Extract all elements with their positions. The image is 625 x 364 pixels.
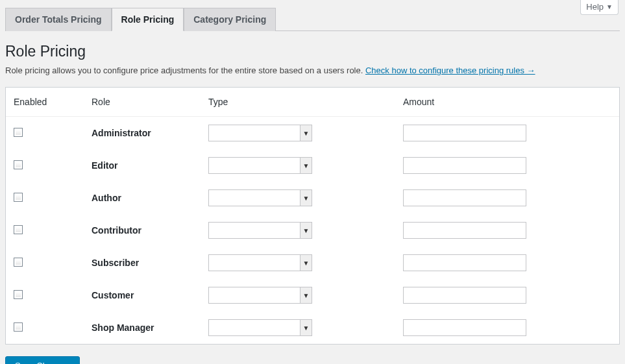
col-header-enabled: Enabled bbox=[6, 88, 84, 117]
col-header-amount: Amount bbox=[395, 88, 619, 117]
page-description: Role pricing allows you to configure pri… bbox=[5, 66, 620, 75]
amount-input[interactable] bbox=[403, 287, 526, 304]
help-button[interactable]: Help ▼ bbox=[580, 0, 619, 15]
tabs-nav: Order Totals Pricing Role Pricing Catego… bbox=[5, 8, 620, 31]
enabled-checkbox[interactable] bbox=[14, 193, 23, 202]
enabled-checkbox[interactable] bbox=[14, 128, 23, 137]
amount-input[interactable] bbox=[403, 125, 526, 141]
page-title: Role Pricing bbox=[5, 43, 620, 60]
amount-input[interactable] bbox=[403, 189, 526, 206]
role-label: Administrator bbox=[84, 117, 201, 150]
table-row: Author▼ bbox=[6, 182, 619, 214]
tab-role-pricing[interactable]: Role Pricing bbox=[112, 8, 184, 31]
table-row: Customer▼ bbox=[6, 279, 619, 311]
chevron-down-icon: ▼ bbox=[606, 3, 613, 10]
type-select[interactable] bbox=[208, 254, 312, 271]
table-row: Editor▼ bbox=[6, 149, 619, 182]
table-row: Subscriber▼ bbox=[6, 247, 619, 279]
role-pricing-panel: Enabled Role Type Amount Administrator▼E… bbox=[5, 87, 620, 345]
table-row: Shop Manager▼ bbox=[6, 311, 619, 344]
amount-input[interactable] bbox=[403, 319, 526, 336]
role-label: Editor bbox=[84, 149, 201, 182]
enabled-checkbox[interactable] bbox=[14, 290, 23, 299]
enabled-checkbox[interactable] bbox=[14, 225, 23, 234]
amount-input[interactable] bbox=[403, 222, 526, 239]
type-select[interactable] bbox=[208, 287, 312, 304]
role-label: Subscriber bbox=[84, 247, 201, 279]
role-label: Customer bbox=[84, 279, 201, 311]
type-select[interactable] bbox=[208, 189, 312, 206]
amount-input[interactable] bbox=[403, 254, 526, 271]
type-select[interactable] bbox=[208, 157, 312, 174]
tab-category-pricing[interactable]: Category Pricing bbox=[184, 8, 276, 31]
help-label: Help bbox=[586, 2, 604, 12]
description-link[interactable]: Check how to configure these pricing rul… bbox=[365, 66, 535, 75]
type-select[interactable] bbox=[208, 222, 312, 239]
enabled-checkbox[interactable] bbox=[14, 322, 23, 332]
role-label: Contributor bbox=[84, 214, 201, 247]
type-select[interactable] bbox=[208, 125, 312, 141]
type-select[interactable] bbox=[208, 319, 312, 336]
col-header-role: Role bbox=[84, 88, 201, 117]
role-label: Shop Manager bbox=[84, 311, 201, 344]
role-pricing-table: Enabled Role Type Amount Administrator▼E… bbox=[6, 88, 619, 344]
enabled-checkbox[interactable] bbox=[14, 258, 23, 267]
amount-input[interactable] bbox=[403, 157, 526, 174]
role-label: Author bbox=[84, 182, 201, 214]
tab-order-totals-pricing[interactable]: Order Totals Pricing bbox=[5, 8, 112, 31]
col-header-type: Type bbox=[201, 88, 395, 117]
description-text: Role pricing allows you to configure pri… bbox=[5, 66, 365, 75]
enabled-checkbox[interactable] bbox=[14, 160, 23, 169]
save-button[interactable]: Save Changes bbox=[5, 356, 80, 364]
table-row: Administrator▼ bbox=[6, 117, 619, 150]
table-row: Contributor▼ bbox=[6, 214, 619, 247]
